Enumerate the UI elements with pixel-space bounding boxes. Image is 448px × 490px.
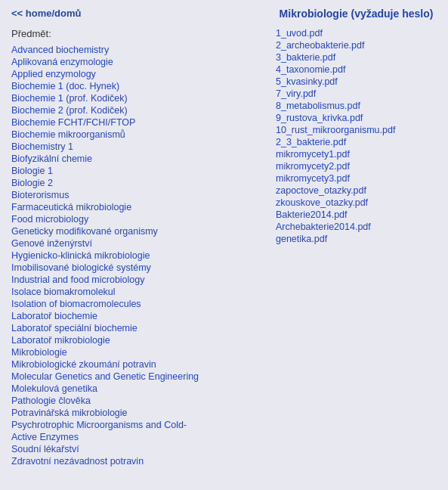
list-item: Laboratoř mikrobiologie	[11, 334, 261, 346]
subject-link[interactable]: Molecular Genetics and Genetic Engineeri…	[11, 371, 199, 382]
subject-link[interactable]: Potravinářská mikrobiologie	[11, 408, 128, 418]
subject-link[interactable]: Biochemie 1 (prof. Kodiček)	[11, 93, 128, 104]
list-item: Biochemie 1 (doc. Hynek)	[11, 80, 261, 91]
subject-link[interactable]: Biochemie mikroorganismů	[11, 129, 125, 140]
file-link[interactable]: 8_metabolismus.pdf	[276, 101, 360, 111]
file-link[interactable]: 1_uvod.pdf	[276, 28, 323, 39]
subject-link[interactable]: Molekulová genetika	[11, 383, 97, 394]
list-item: 8_metabolismus.pdf	[276, 100, 437, 111]
left-panel: << home/domů Předmět: Advanced biochemis…	[11, 8, 261, 482]
list-item: Isolation of biomacromolecules	[11, 298, 261, 309]
list-item: 2_archeobakterie.pdf	[276, 39, 437, 51]
subject-link[interactable]: Soudní lékařství	[11, 444, 79, 454]
subject-link[interactable]: Imobilisované biologické systémy	[11, 262, 151, 273]
file-link[interactable]: 4_taxonomie.pdf	[276, 64, 345, 75]
subject-link[interactable]: Aplikovaná enzymologie	[11, 57, 113, 67]
file-link[interactable]: genetika.pdf	[276, 234, 327, 244]
subject-link[interactable]: Biochemie 1 (doc. Hynek)	[11, 81, 119, 91]
list-item: Mikrobiologické zkoumání potravin	[11, 358, 261, 370]
list-item: Geneticky modifikované organismy	[11, 225, 261, 237]
subject-link[interactable]: Laboratoř speciální biochemie	[11, 323, 137, 333]
list-item: Applied enzymology	[11, 68, 261, 79]
file-link[interactable]: 3_bakterie.pdf	[276, 52, 335, 63]
list-item: Biochemistry 1	[11, 141, 261, 152]
list-item: mikromycety1.pdf	[276, 148, 437, 160]
list-item: Biochemie 2 (prof. Kodiček)	[11, 104, 261, 116]
file-link[interactable]: zapoctove_otazky.pdf	[276, 185, 366, 196]
file-link[interactable]: zkouskove_otazky.pdf	[276, 197, 368, 208]
list-item: 3_bakterie.pdf	[276, 51, 437, 63]
list-item: Advanced biochemistry	[11, 44, 261, 55]
list-item: Bakterie2014.pdf	[276, 209, 437, 220]
back-link[interactable]: << home/domů	[11, 8, 261, 19]
list-item: 4_taxonomie.pdf	[276, 64, 437, 75]
list-item: Genové inženýrství	[11, 237, 261, 249]
file-link[interactable]: 5_kvasinky.pdf	[276, 76, 338, 87]
file-link[interactable]: 2_3_bakterie.pdf	[276, 137, 346, 147]
subject-link[interactable]: Advanced biochemistry	[11, 45, 109, 55]
file-link[interactable]: 10_rust_mikroorganismu.pdf	[276, 125, 395, 135]
subject-link[interactable]: Biochemistry 1	[11, 141, 73, 152]
list-item: 7_viry.pdf	[276, 88, 437, 99]
subject-link[interactable]: Biochemie FCHT/FCHI/FTOP	[11, 117, 135, 128]
subject-link[interactable]: Psychrotrophic Microorganisms and Cold-	[11, 420, 187, 430]
subject-link[interactable]: Isolace biomakromolekul	[11, 287, 116, 297]
list-item: 2_3_bakterie.pdf	[276, 136, 437, 147]
subject-link[interactable]: Applied enzymology	[11, 69, 96, 79]
list-item: 9_rustova_krivka.pdf	[276, 112, 437, 123]
subject-link[interactable]: Food microbiology	[11, 214, 88, 225]
subject-link[interactable]: Mikrobiologické zkoumání potravin	[11, 359, 156, 370]
subject-link[interactable]: Laboratoř mikrobiologie	[11, 335, 110, 346]
file-link[interactable]: mikromycety3.pdf	[276, 173, 350, 184]
list-item: Molecular Genetics and Genetic Engineeri…	[11, 371, 261, 382]
list-item: Soudní lékařství	[11, 443, 261, 454]
list-item: Biologie 1	[11, 165, 261, 176]
subject-link[interactable]: Mikrobiologie	[11, 347, 67, 358]
list-item: 5_kvasinky.pdf	[276, 76, 437, 87]
subject-link[interactable]: Bioterorismus	[11, 190, 69, 200]
subject-link[interactable]: Genové inženýrství	[11, 238, 92, 249]
list-item: Laboratoř biochemie	[11, 310, 261, 321]
list-item: Biofyzikální chemie	[11, 153, 261, 164]
subject-link[interactable]: Geneticky modifikované organismy	[11, 226, 158, 237]
subject-link[interactable]: Pathologie člověka	[11, 395, 91, 406]
list-item: Imobilisované biologické systémy	[11, 262, 261, 273]
list-item: Biochemie mikroorganismů	[11, 129, 261, 140]
subject-link[interactable]: Zdravotní nezávadnost potravin	[11, 456, 144, 467]
file-link[interactable]: mikromycety1.pdf	[276, 149, 350, 160]
list-item: Hygienicko-klinická mikrobiologie	[11, 250, 261, 261]
subject-link[interactable]: Hygienicko-klinická mikrobiologie	[11, 250, 150, 261]
list-item: mikromycety3.pdf	[276, 172, 437, 184]
list-item: genetika.pdf	[276, 233, 437, 244]
file-link[interactable]: Bakterie2014.pdf	[276, 209, 348, 220]
file-link[interactable]: 7_viry.pdf	[276, 88, 316, 99]
subject-list: Advanced biochemistryAplikovaná enzymolo…	[11, 44, 261, 467]
subject-link[interactable]: Farmaceutická mikrobiologie	[11, 202, 131, 212]
right-panel: Mikrobiologie (vyžaduje heslo) 1_uvod.pd…	[261, 8, 437, 482]
subject-link[interactable]: Industrial and food microbiology	[11, 274, 145, 285]
list-item: Active Enzymes	[11, 431, 261, 442]
subject-link[interactable]: Biologie 1	[11, 166, 53, 176]
file-link[interactable]: 2_archeobakterie.pdf	[276, 40, 364, 51]
list-item: Biologie 2	[11, 177, 261, 188]
subject-link[interactable]: Laboratoř biochemie	[11, 311, 97, 321]
list-item: Food microbiology	[11, 213, 261, 225]
subject-link[interactable]: Biologie 2	[11, 178, 53, 188]
file-link[interactable]: 9_rustova_krivka.pdf	[276, 113, 363, 123]
subject-link[interactable]: Biochemie 2 (prof. Kodiček)	[11, 105, 128, 116]
list-item: Farmaceutická mikrobiologie	[11, 201, 261, 212]
list-item: Zdravotní nezávadnost potravin	[11, 455, 261, 467]
file-link[interactable]: mikromycety2.pdf	[276, 161, 350, 172]
list-item: zkouskove_otazky.pdf	[276, 197, 437, 208]
file-link[interactable]: Archebakterie2014.pdf	[276, 222, 371, 232]
subject-link[interactable]: Biofyzikální chemie	[11, 154, 92, 164]
list-item: Biochemie FCHT/FCHI/FTOP	[11, 116, 261, 128]
list-item: 1_uvod.pdf	[276, 27, 437, 39]
right-title: Mikrobiologie (vyžaduje heslo)	[276, 8, 437, 20]
list-item: Mikrobiologie	[11, 346, 261, 358]
list-item: Laboratoř speciální biochemie	[11, 322, 261, 333]
list-item: Potravinářská mikrobiologie	[11, 407, 261, 418]
subject-link[interactable]: Active Enzymes	[11, 432, 79, 442]
subject-link[interactable]: Isolation of biomacromolecules	[11, 299, 141, 309]
list-item: Molekulová genetika	[11, 383, 261, 394]
